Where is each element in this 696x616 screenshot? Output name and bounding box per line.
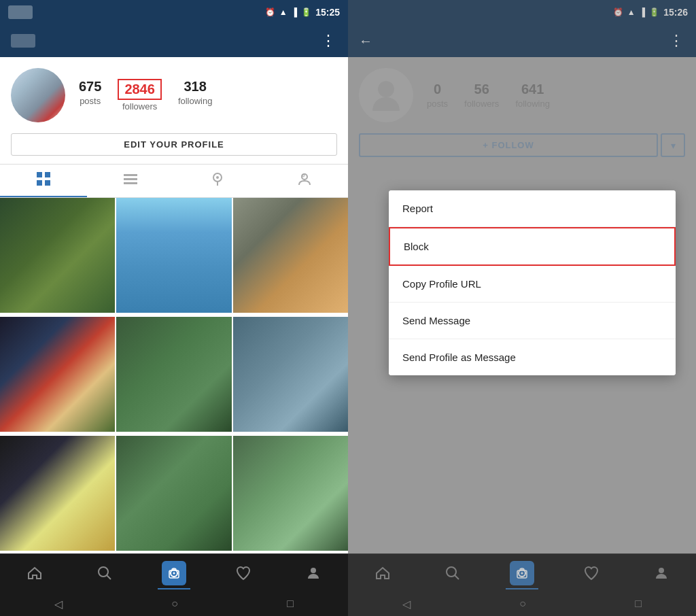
photo-5[interactable] bbox=[116, 317, 231, 432]
left-tab-grid[interactable] bbox=[0, 165, 87, 197]
left-status-left bbox=[8, 5, 33, 19]
left-recents-nav[interactable]: □ bbox=[287, 598, 294, 610]
list-icon bbox=[123, 171, 138, 190]
left-nav-home[interactable] bbox=[18, 557, 51, 589]
svg-rect-5 bbox=[124, 178, 137, 180]
left-stat-following: 318 following bbox=[178, 79, 213, 112]
photo-9[interactable] bbox=[233, 436, 348, 551]
menu-item-block[interactable]: Block bbox=[389, 227, 676, 266]
svg-rect-4 bbox=[124, 174, 137, 176]
svg-rect-2 bbox=[37, 180, 42, 186]
photo-8[interactable] bbox=[116, 436, 231, 551]
left-app-icon bbox=[8, 5, 33, 19]
svg-point-17 bbox=[311, 568, 316, 573]
left-followers-count[interactable]: 2846 bbox=[118, 79, 162, 100]
left-avatar bbox=[11, 68, 65, 122]
left-back-nav[interactable]: ◁ bbox=[54, 598, 63, 611]
send-message-label: Send Message bbox=[402, 315, 470, 326]
left-nav-profile[interactable] bbox=[297, 557, 330, 589]
left-photo-grid bbox=[0, 198, 348, 553]
right-panel: ⏰ ▲ ▐ 🔋 15:26 ← ⋮ 0 posts bbox=[348, 0, 696, 616]
svg-rect-3 bbox=[45, 180, 50, 186]
left-time: 15:25 bbox=[315, 7, 340, 18]
svg-rect-6 bbox=[124, 182, 137, 184]
wifi-icon: ▲ bbox=[279, 7, 288, 17]
left-edit-container: EDIT YOUR PROFILE bbox=[0, 133, 348, 164]
left-status-bar: ⏰ ▲ ▐ 🔋 15:25 bbox=[0, 0, 348, 24]
photo-2[interactable] bbox=[116, 198, 231, 313]
left-following-count: 318 bbox=[184, 79, 206, 95]
photo-4[interactable] bbox=[0, 317, 115, 432]
photo-7[interactable] bbox=[0, 436, 115, 551]
svg-point-12 bbox=[99, 567, 108, 577]
left-top-nav: ⋮ bbox=[0, 24, 348, 57]
signal-icon: ▐ bbox=[292, 7, 298, 17]
left-panel: ⏰ ▲ ▐ 🔋 15:25 ⋮ 675 posts 2846 followers… bbox=[0, 0, 348, 616]
alarm-icon: ⏰ bbox=[265, 7, 275, 17]
left-system-nav: ◁ ○ □ bbox=[0, 592, 348, 616]
menu-item-send-message[interactable]: Send Message bbox=[389, 303, 676, 339]
svg-line-13 bbox=[107, 575, 111, 579]
send-profile-label: Send Profile as Message bbox=[402, 352, 516, 363]
svg-rect-0 bbox=[37, 172, 42, 177]
left-tab-bar bbox=[0, 164, 348, 198]
left-posts-count: 675 bbox=[79, 79, 101, 95]
left-avatar-image bbox=[11, 68, 65, 122]
camera-box bbox=[162, 561, 186, 585]
edit-profile-button[interactable]: EDIT YOUR PROFILE bbox=[11, 133, 337, 156]
left-home-nav[interactable]: ○ bbox=[171, 598, 178, 610]
battery-icon: 🔋 bbox=[301, 7, 311, 17]
left-stat-followers: 2846 followers bbox=[118, 79, 162, 112]
left-bottom-nav bbox=[0, 553, 348, 592]
tagged-icon bbox=[297, 171, 312, 190]
menu-item-copy-url[interactable]: Copy Profile URL bbox=[389, 266, 676, 303]
left-posts-label: posts bbox=[80, 96, 101, 106]
left-tab-location[interactable] bbox=[174, 165, 261, 197]
grid-icon bbox=[36, 171, 51, 190]
photo-6[interactable] bbox=[233, 317, 348, 432]
left-profile-stats: 675 posts 2846 followers 318 following bbox=[79, 79, 337, 112]
svg-rect-1 bbox=[45, 172, 50, 177]
left-followers-label: followers bbox=[122, 101, 157, 112]
menu-item-send-profile[interactable]: Send Profile as Message bbox=[389, 339, 676, 375]
left-nav-search[interactable] bbox=[88, 557, 121, 589]
left-menu-button[interactable]: ⋮ bbox=[321, 32, 337, 50]
context-menu: Report Block Copy Profile URL Send Messa… bbox=[389, 190, 676, 375]
photo-1[interactable] bbox=[0, 198, 115, 313]
context-menu-overlay[interactable]: Report Block Copy Profile URL Send Messa… bbox=[348, 0, 696, 616]
left-nav-heart[interactable] bbox=[227, 557, 260, 589]
menu-item-report[interactable]: Report bbox=[389, 190, 676, 227]
photo-3[interactable] bbox=[233, 198, 348, 313]
left-status-right: ⏰ ▲ ▐ 🔋 15:25 bbox=[265, 7, 340, 18]
left-stat-posts: 675 posts bbox=[79, 79, 101, 112]
svg-point-8 bbox=[216, 176, 219, 179]
copy-url-label: Copy Profile URL bbox=[402, 278, 481, 290]
location-icon bbox=[210, 171, 225, 190]
left-nav-title-placeholder bbox=[11, 34, 35, 48]
camera-active-indicator bbox=[158, 588, 190, 589]
left-profile-section: 675 posts 2846 followers 318 following bbox=[0, 57, 348, 133]
left-nav-camera[interactable] bbox=[158, 557, 190, 589]
report-label: Report bbox=[402, 203, 433, 214]
left-tab-tagged[interactable] bbox=[261, 165, 348, 197]
svg-point-15 bbox=[173, 572, 175, 574]
left-following-label: following bbox=[178, 96, 213, 106]
left-tab-list[interactable] bbox=[87, 165, 174, 197]
block-label: Block bbox=[404, 241, 429, 252]
